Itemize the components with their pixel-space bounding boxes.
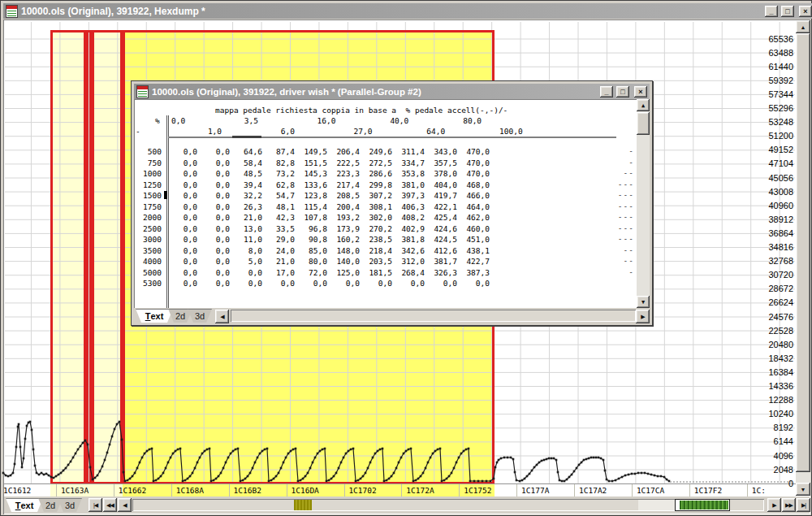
- map-cell[interactable]: 466,0: [461, 190, 494, 202]
- map-cell[interactable]: 425,4: [429, 212, 461, 223]
- map-cell[interactable]: 160,2: [331, 234, 364, 245]
- map-cell[interactable]: 21,0: [266, 256, 299, 267]
- map-cell[interactable]: 48,1: [266, 202, 299, 213]
- map-scroll-up-button[interactable]: ▲: [637, 99, 650, 111]
- map-cell[interactable]: 39,4: [234, 180, 266, 191]
- vertical-scrollbar[interactable]: ▲ ▼: [796, 20, 810, 496]
- map-cell[interactable]: 140,0: [331, 256, 364, 267]
- map-cell[interactable]: 387,3: [461, 267, 494, 279]
- nav-left-button-1[interactable]: ◀◀: [103, 498, 117, 512]
- map-cell[interactable]: 203,5: [364, 256, 396, 267]
- row-header[interactable]: 1250: [134, 180, 165, 191]
- map-vertical-scrollbar[interactable]: ▲ ▼: [637, 99, 650, 308]
- map-cell[interactable]: 378,0: [429, 168, 461, 180]
- map-cell[interactable]: 381,8: [396, 234, 429, 245]
- map-cell[interactable]: 0,0: [461, 278, 494, 289]
- map-cell[interactable]: 222,5: [331, 158, 364, 169]
- map-cell[interactable]: 419,7: [429, 190, 461, 202]
- map-cell[interactable]: 0,0: [429, 278, 461, 289]
- map-cell[interactable]: 0,0: [201, 234, 234, 245]
- map-cell[interactable]: 272,5: [364, 158, 396, 169]
- map-cell[interactable]: 96,8: [299, 223, 331, 235]
- map-cell[interactable]: 8,0: [234, 245, 266, 257]
- map-cell[interactable]: 0,0: [169, 180, 201, 191]
- map-cell[interactable]: 342,6: [396, 245, 429, 257]
- row-header[interactable]: 750: [134, 158, 165, 169]
- map-cell[interactable]: 0,0: [201, 278, 234, 289]
- row-header[interactable]: 2500: [134, 223, 165, 235]
- map-table-view[interactable]: mappa pedale richiesta coppia in base a …: [134, 99, 650, 308]
- map-cell[interactable]: 334,7: [396, 158, 429, 169]
- map-cell[interactable]: 0,0: [169, 278, 201, 289]
- map-cell[interactable]: 0,0: [169, 202, 201, 213]
- map-cell[interactable]: 0,0: [201, 158, 234, 169]
- map-cell[interactable]: 0,0: [169, 245, 201, 257]
- row-header[interactable]: 3000: [134, 234, 165, 245]
- map-cell[interactable]: 0,0: [234, 278, 266, 289]
- map-region[interactable]: [50, 30, 86, 483]
- nav-right-button-1[interactable]: ▶▶: [782, 498, 796, 512]
- map-cell[interactable]: 123,8: [299, 190, 331, 202]
- row-header[interactable]: 1750: [134, 202, 165, 213]
- map-cell[interactable]: 0,0: [201, 180, 234, 191]
- map-cell[interactable]: 238,5: [364, 234, 396, 245]
- map-cell[interactable]: 468,0: [461, 180, 494, 191]
- map-cell[interactable]: 424,5: [429, 234, 461, 245]
- map-cell[interactable]: 85,0: [299, 245, 331, 257]
- map-cell[interactable]: 181,5: [364, 267, 396, 279]
- map-cell[interactable]: 72,0: [299, 267, 331, 279]
- map-cell[interactable]: 307,2: [364, 190, 396, 202]
- row-header[interactable]: 5300: [134, 278, 165, 289]
- map-cell[interactable]: 33,5: [266, 223, 299, 235]
- map-cell[interactable]: 173,9: [331, 223, 364, 235]
- map-cell[interactable]: 0,0: [299, 278, 331, 289]
- row-header[interactable]: 5000: [134, 267, 165, 279]
- map-cell[interactable]: 406,3: [396, 202, 429, 213]
- map-cell[interactable]: 0,0: [201, 212, 234, 223]
- nav-right-button-0[interactable]: ▶: [767, 498, 781, 512]
- map-cell[interactable]: 125,0: [331, 267, 364, 279]
- map-close-button[interactable]: ×: [634, 86, 647, 98]
- map-cell[interactable]: 268,4: [396, 267, 429, 279]
- map-scroll-left-button-0[interactable]: ◀: [215, 310, 229, 323]
- map-cell[interactable]: 0,0: [201, 146, 234, 158]
- nav-right-button-2[interactable]: ▶|: [797, 498, 810, 512]
- map-cell[interactable]: 412,6: [429, 245, 461, 257]
- map-cell[interactable]: 82,8: [266, 158, 299, 169]
- map-cell[interactable]: 249,6: [364, 146, 396, 158]
- map-cell[interactable]: 208,5: [331, 190, 364, 202]
- map-cell[interactable]: 312,0: [396, 256, 429, 267]
- map-cell[interactable]: 397,3: [396, 190, 429, 202]
- scroll-down-button[interactable]: ▼: [796, 483, 810, 496]
- row-header[interactable]: 1000: [134, 168, 165, 180]
- map-cell[interactable]: 193,2: [331, 212, 364, 223]
- map-cell[interactable]: 0,0: [201, 223, 234, 235]
- map-cell[interactable]: 343,0: [429, 146, 461, 158]
- map-cell[interactable]: 0,0: [169, 234, 201, 245]
- map-cell[interactable]: 58,4: [234, 158, 266, 169]
- map-cell[interactable]: 64,6: [234, 146, 266, 158]
- scroll-up-button[interactable]: ▲: [796, 20, 810, 33]
- map-cell[interactable]: 0,0: [201, 267, 234, 279]
- map-cell[interactable]: 302,0: [364, 212, 396, 223]
- map-cell[interactable]: 381,7: [429, 256, 461, 267]
- map-cell[interactable]: 87,4: [266, 146, 299, 158]
- map-cell[interactable]: 0,0: [331, 278, 364, 289]
- map-cell[interactable]: 451,0: [461, 234, 494, 245]
- map-cell[interactable]: 470,0: [461, 158, 494, 169]
- map-cell[interactable]: 0,0: [169, 267, 201, 279]
- map-scroll-right-button-0[interactable]: ▶: [636, 310, 650, 323]
- map-cell[interactable]: 149,5: [299, 146, 331, 158]
- map-scroll-down-button[interactable]: ▼: [637, 296, 650, 308]
- map-cell[interactable]: 13,0: [234, 223, 266, 235]
- map-vertical-scroll-thumb[interactable]: [637, 112, 650, 135]
- map-cell[interactable]: 21,0: [234, 212, 266, 223]
- map-cell[interactable]: 148,0: [331, 245, 364, 257]
- map-cell[interactable]: 200,4: [331, 202, 364, 213]
- map-cell[interactable]: 151,5: [299, 158, 331, 169]
- map-cell[interactable]: 107,8: [299, 212, 331, 223]
- map-cell[interactable]: 11,0: [234, 234, 266, 245]
- tab-text[interactable]: Text: [136, 309, 173, 323]
- map-cell[interactable]: 26,3: [234, 202, 266, 213]
- tab-3d[interactable]: 3d: [58, 498, 82, 512]
